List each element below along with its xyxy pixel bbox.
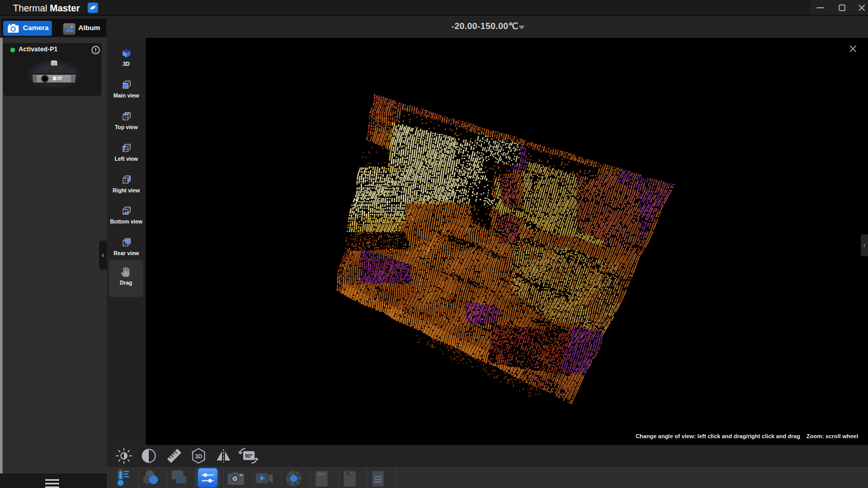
svg-text:90°: 90°	[245, 453, 253, 459]
svg-text:3D: 3D	[195, 453, 202, 459]
